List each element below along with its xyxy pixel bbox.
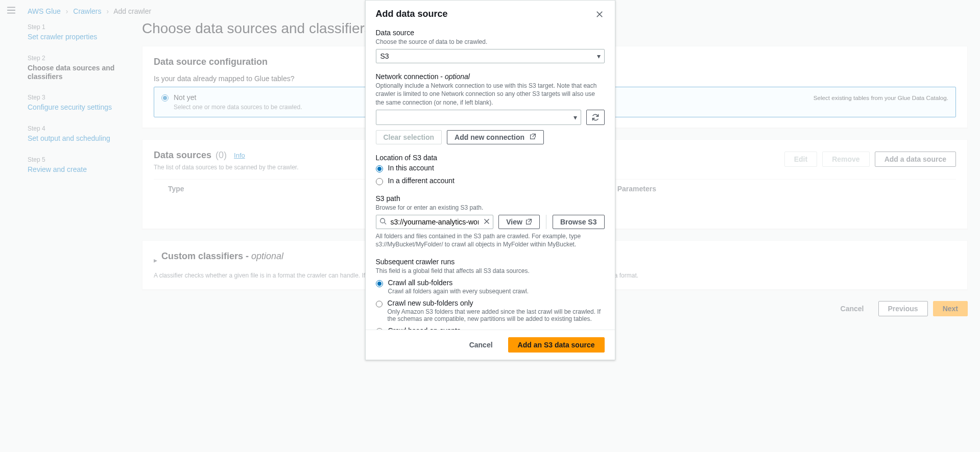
clear-selection-button[interactable]: Clear selection [376,130,442,144]
refresh-icon [591,113,600,121]
data-source-select[interactable]: S3 [376,49,605,63]
close-icon [484,218,490,224]
external-link-icon [530,133,536,140]
field-label: S3 path [376,194,605,203]
data-source-field: Data source Choose the source of data to… [376,29,605,63]
field-label: Data source [376,29,605,37]
search-icon [379,217,387,226]
add-data-source-modal: Add data source Data source Choose the s… [365,0,615,360]
field-hint: Choose the source of data to be crawled. [376,38,605,46]
field-label: Subsequent crawler runs [376,258,605,266]
radio-input[interactable] [376,300,383,308]
s3-path-input[interactable] [376,215,494,229]
crawl-new-subfolders[interactable]: Crawl new sub-folders only Only Amazon S… [376,299,605,322]
refresh-button[interactable] [586,110,605,125]
svg-point-0 [380,218,385,223]
s3-path-field: S3 path Browse for or enter an existing … [376,194,605,249]
subsequent-runs-field: Subsequent crawler runs This field is a … [376,258,605,330]
radio-input[interactable] [376,165,383,172]
location-this-account[interactable]: In this account [376,164,605,172]
field-hint: Optionally include a Network connection … [376,82,605,107]
radio-input[interactable] [376,178,383,185]
modal-cancel-button[interactable]: Cancel [460,337,502,353]
radio-input[interactable] [376,280,383,287]
view-button[interactable]: View [498,215,540,229]
external-link-icon [525,218,532,225]
add-new-connection-button[interactable]: Add new connection [447,130,544,144]
location-different-account[interactable]: In a different account [376,177,605,185]
crawl-all-subfolders[interactable]: Crawl all sub-folders Crawl all folders … [376,279,605,295]
field-label: Network connection - optional [376,72,605,81]
modal-add-s3-button[interactable]: Add an S3 data source [508,337,605,353]
field-hint: All folders and files contained in the S… [376,232,605,248]
s3-location-field: Location of S3 data In this account In a… [376,154,605,185]
clear-input-button[interactable] [484,218,490,226]
browse-s3-button[interactable]: Browse S3 [553,215,605,229]
field-hint: Browse for or enter an existing S3 path. [376,204,605,212]
close-button[interactable] [594,9,605,19]
modal-title: Add data source [376,9,448,19]
field-hint: This field is a global field that affect… [376,267,605,275]
network-connection-field: Network connection - optional Optionally… [376,72,605,144]
close-icon [596,11,603,18]
field-label: Location of S3 data [376,154,605,162]
network-connection-select[interactable] [376,110,581,125]
